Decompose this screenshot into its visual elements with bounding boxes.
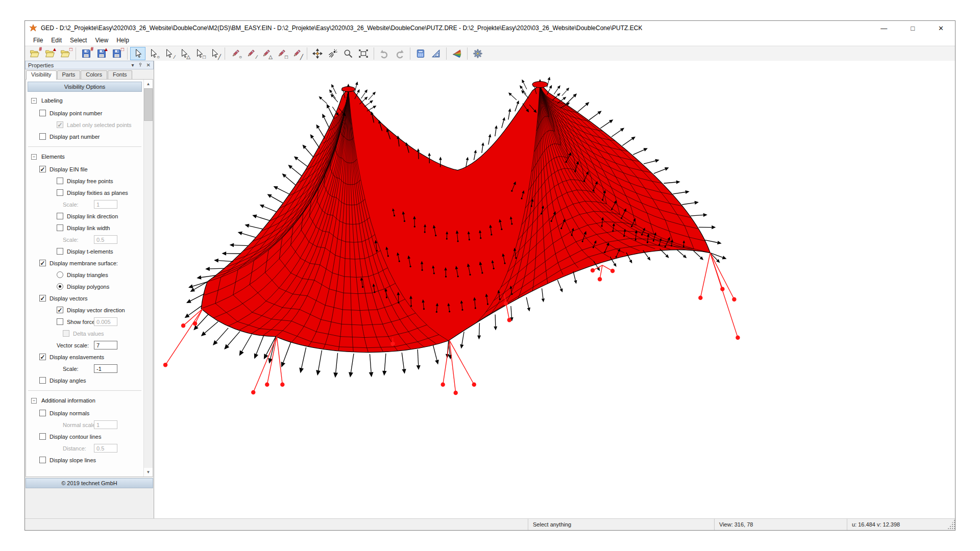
save-eck-button[interactable]: □: [109, 47, 125, 60]
label-display-t-elements[interactable]: Display t-elements: [67, 248, 113, 255]
viewport-canvas[interactable]: [154, 61, 955, 519]
input-scale-0.5[interactable]: 0.5: [94, 235, 117, 244]
panel-scrollbar[interactable]: ▲ ▼: [143, 80, 153, 477]
menu-view[interactable]: View: [91, 36, 112, 45]
input-distance-0.5[interactable]: 0.5: [94, 444, 117, 453]
radio-display-polygons[interactable]: [57, 283, 63, 290]
checkbox-display-ein-file[interactable]: [39, 166, 46, 172]
scroll-thumb[interactable]: [144, 88, 153, 121]
select-triangles-button[interactable]: △: [176, 47, 191, 60]
draw-links-button[interactable]: ∕: [243, 47, 258, 60]
draw-triangles-button[interactable]: △: [258, 47, 274, 60]
collapse-icon[interactable]: −: [31, 154, 37, 160]
membrane-surface[interactable]: [201, 85, 710, 353]
label-display-part-number[interactable]: Display part number: [50, 134, 100, 140]
radio-display-triangles[interactable]: [57, 271, 63, 278]
label-display-enslavements[interactable]: Display enslavements: [50, 354, 104, 360]
close-button[interactable]: ✕: [938, 25, 944, 32]
draw-mixed-button[interactable]: ╱: [289, 47, 304, 60]
tab-fonts[interactable]: Fonts: [108, 70, 132, 79]
minimize-button[interactable]: —: [880, 25, 887, 32]
label-display-membrane-surface[interactable]: Display membrane surface:: [50, 260, 118, 266]
move-point-button[interactable]: [310, 47, 325, 60]
label-display-angles[interactable]: Display angles: [50, 378, 86, 384]
select-mixed-button[interactable]: ╱: [207, 47, 222, 60]
checkbox-display-membrane-surface[interactable]: [39, 260, 46, 266]
label-display-vectors[interactable]: Display vectors: [50, 295, 88, 302]
label-display-normals[interactable]: Display normals: [50, 410, 89, 416]
input-scale--1[interactable]: -1: [94, 364, 117, 373]
maximize-button[interactable]: □: [911, 25, 915, 32]
checkbox-display-normals[interactable]: [39, 410, 46, 416]
tab-parts[interactable]: Parts: [57, 70, 81, 79]
spider-select-button[interactable]: [325, 47, 340, 60]
checkbox-display-vector-direction[interactable]: [57, 307, 63, 313]
tab-colors[interactable]: Colors: [81, 70, 107, 79]
checkbox-display-angles[interactable]: [39, 377, 46, 384]
input-show-forces[interactable]: 0.005: [94, 317, 117, 326]
label-display-ein-file[interactable]: Display EIN file: [50, 166, 88, 172]
select-tool-button[interactable]: [130, 47, 145, 60]
checkbox-display-link-width[interactable]: [57, 224, 63, 231]
checkbox-label-only-selected-points[interactable]: [57, 121, 63, 128]
checkbox-display-slope-lines[interactable]: [39, 457, 46, 463]
checkbox-display-point-number[interactable]: [39, 110, 46, 116]
open-eck-button[interactable]: □: [58, 47, 73, 60]
checkbox-display-link-direction[interactable]: [57, 213, 63, 219]
input-vector-scale-7[interactable]: 7: [94, 341, 117, 349]
open-dre-button[interactable]: ▲: [42, 47, 58, 60]
checkbox-delta-values[interactable]: [63, 330, 69, 337]
save-ein-button[interactable]: #: [79, 47, 94, 60]
menu-edit[interactable]: Edit: [47, 36, 66, 45]
label-display-free-points[interactable]: Display free points: [67, 178, 113, 184]
label-display-triangles[interactable]: Display triangles: [67, 272, 108, 278]
open-ein-button[interactable]: #: [27, 47, 42, 60]
cone-view-button[interactable]: [449, 47, 464, 60]
menu-select[interactable]: Select: [66, 36, 91, 45]
select-links-button[interactable]: ∕: [161, 47, 176, 60]
zoom-button[interactable]: [340, 47, 356, 60]
resize-grip[interactable]: [947, 519, 955, 530]
label-label-only-selected-points[interactable]: Label only selected points: [67, 122, 132, 128]
menu-file[interactable]: File: [29, 36, 47, 45]
input-scale-1[interactable]: 1: [94, 200, 117, 209]
collapse-icon[interactable]: −: [31, 98, 37, 104]
select-quads-button[interactable]: □: [191, 47, 207, 60]
measure-button[interactable]: [428, 47, 444, 60]
label-display-polygons[interactable]: Display polygons: [67, 284, 109, 290]
checkbox-display-free-points[interactable]: [57, 178, 63, 184]
collapse-icon[interactable]: −: [31, 398, 37, 404]
label-display-fixities-as-planes[interactable]: Display fixities as planes: [67, 190, 128, 196]
checkbox-display-part-number[interactable]: [39, 133, 46, 140]
settings-button[interactable]: [470, 47, 485, 60]
label-display-link-width[interactable]: Display link width: [67, 225, 110, 231]
checkbox-display-vectors[interactable]: [39, 295, 46, 302]
save-dre-button[interactable]: ▲: [94, 47, 109, 60]
scroll-up-button[interactable]: ▲: [144, 80, 153, 88]
calculator-button[interactable]: [413, 47, 428, 60]
label-display-slope-lines[interactable]: Display slope lines: [50, 457, 96, 463]
undo-button[interactable]: [377, 47, 392, 60]
checkbox-display-contour-lines[interactable]: [39, 433, 46, 440]
checkbox-display-t-elements[interactable]: [57, 248, 63, 255]
input-normal-scale-1[interactable]: 1: [94, 420, 117, 429]
menu-help[interactable]: Help: [112, 36, 133, 45]
panel-pin-icon[interactable]: [138, 62, 143, 68]
label-display-contour-lines[interactable]: Display contour lines: [50, 434, 102, 440]
scene-svg[interactable]: [154, 61, 955, 519]
checkbox-display-fixities-as-planes[interactable]: [57, 189, 63, 196]
label-display-point-number[interactable]: Display point number: [50, 110, 102, 116]
redo-button[interactable]: [392, 47, 407, 60]
scroll-down-button[interactable]: ▼: [144, 468, 153, 477]
draw-points-button[interactable]: ○: [228, 47, 243, 60]
label-display-link-direction[interactable]: Display link direction: [67, 213, 118, 219]
panel-close-icon[interactable]: ✕: [146, 62, 151, 68]
label-delta-values[interactable]: Delta values: [73, 331, 104, 337]
checkbox-display-enslavements[interactable]: [39, 354, 46, 360]
tab-visibility[interactable]: Visibility: [26, 70, 57, 80]
draw-quads-button[interactable]: □: [274, 47, 289, 60]
fit-view-button[interactable]: [356, 47, 371, 60]
select-points-button[interactable]: ○: [145, 47, 161, 60]
label-display-vector-direction[interactable]: Display vector direction: [67, 307, 125, 313]
panel-menu-icon[interactable]: ▾: [132, 62, 134, 68]
